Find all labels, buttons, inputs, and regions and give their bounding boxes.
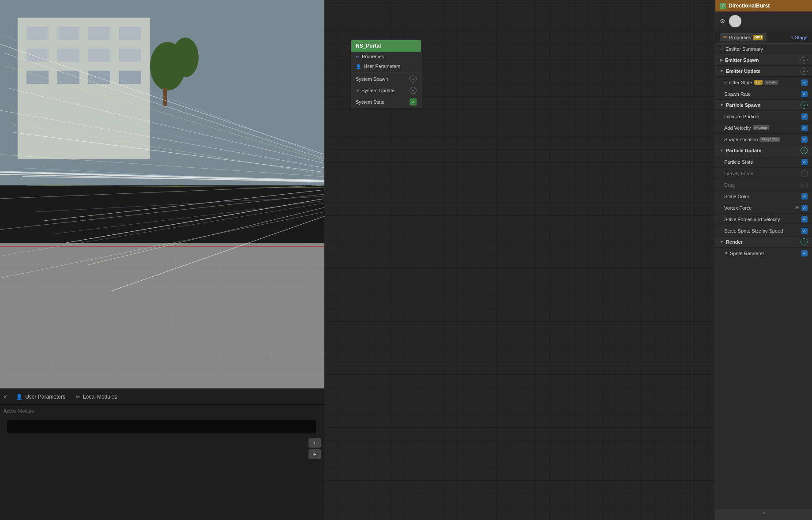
db-properties-label: Properties bbox=[729, 35, 751, 40]
incone-tag: In Cone bbox=[753, 125, 769, 130]
right-panel: ✓ DirectionalBurst ⚙ ✏ Properties GPU + … bbox=[715, 0, 812, 520]
emitter-summary[interactable]: ≡ Emitter Summary bbox=[715, 44, 812, 55]
svg-rect-3 bbox=[26, 26, 49, 40]
add-velocity-right: ✓ bbox=[801, 125, 808, 131]
drag-row[interactable]: Drag bbox=[715, 179, 812, 191]
db-tab-properties[interactable]: ✏ Properties GPU bbox=[720, 33, 767, 41]
emitter-spawn-add[interactable]: + bbox=[801, 57, 808, 64]
search-input[interactable] bbox=[7, 420, 316, 433]
tab-user-parameters[interactable]: 👤 User Parameters bbox=[11, 392, 71, 402]
stage-label: + Stage bbox=[791, 35, 808, 40]
vortex-force-row[interactable]: Vortex Force 👁 ✓ bbox=[715, 202, 812, 214]
system-update-add[interactable]: + bbox=[410, 87, 417, 94]
emitter-update-label: Emitter Update bbox=[726, 68, 760, 74]
render-chevron: ▼ bbox=[720, 240, 724, 244]
particle-state-check[interactable]: ✓ bbox=[801, 159, 808, 165]
initialize-particle-row[interactable]: Initialize Particle ✓ bbox=[715, 111, 812, 122]
drag-right bbox=[801, 182, 808, 188]
db-settings-icon[interactable]: ⚙ bbox=[720, 18, 726, 25]
tab-local-modules[interactable]: ✏ Local Modules bbox=[71, 392, 122, 402]
particle-spawn-chevron: ▼ bbox=[720, 103, 724, 107]
emitter-spawn-header[interactable]: ▶ Emitter Spawn + bbox=[715, 55, 812, 66]
svg-rect-5 bbox=[88, 26, 110, 40]
drag-check[interactable] bbox=[801, 182, 808, 188]
particle-spawn-header[interactable]: ▼ Particle Spawn + bbox=[715, 100, 812, 111]
particle-update-add[interactable]: + bbox=[801, 147, 808, 154]
ns-portal-user-parameters[interactable]: 👤 User Parameters bbox=[351, 61, 421, 71]
divider bbox=[351, 72, 421, 72]
directional-burst-title: DirectionalBurst bbox=[729, 3, 770, 9]
scale-color-check[interactable]: ✓ bbox=[801, 193, 808, 200]
scale-sprite-left: Scale Sprite Size by Speed bbox=[724, 228, 783, 234]
system-state-check[interactable]: ✓ bbox=[410, 98, 417, 106]
particle-update-header[interactable]: ▼ Particle Update + bbox=[715, 145, 812, 156]
sprite-renderer-check[interactable]: ✓ bbox=[801, 250, 808, 256]
collapse-button[interactable]: ^ bbox=[715, 508, 812, 520]
gravity-force-check[interactable] bbox=[801, 170, 808, 177]
emitter-spawn-header-left: ▶ Emitter Spawn bbox=[720, 57, 759, 63]
emitter-state-row[interactable]: Emitter State Self Infinite ✓ bbox=[715, 77, 812, 88]
render-add[interactable]: + bbox=[801, 238, 808, 245]
viewport-scene bbox=[0, 0, 324, 388]
close-tab-button[interactable]: × bbox=[4, 393, 7, 400]
system-spawn-section[interactable]: System Spawn + bbox=[351, 73, 421, 85]
stage-button[interactable]: + Stage bbox=[791, 35, 808, 40]
init-particle-check[interactable]: ✓ bbox=[801, 113, 808, 120]
emitter-update-header[interactable]: ▼ Emitter Update + bbox=[715, 66, 812, 77]
tab-local-modules-label: Local Modules bbox=[83, 394, 117, 400]
db-enabled-checkbox[interactable]: ✓ bbox=[720, 3, 726, 9]
shape-location-row[interactable]: Shape Location Ring / Disc ✓ bbox=[715, 134, 812, 145]
scale-color-left: Scale Color bbox=[724, 194, 749, 199]
svg-line-51 bbox=[35, 196, 324, 212]
solve-forces-check[interactable]: ✓ bbox=[801, 216, 808, 222]
add-button-2[interactable]: + bbox=[308, 449, 321, 459]
add-velocity-label: Add Velocity bbox=[724, 125, 751, 131]
sprite-renderer-left: ✦ Sprite Renderer bbox=[724, 250, 764, 256]
particle-spawn-add[interactable]: + bbox=[801, 102, 808, 109]
particle-update-header-left: ▼ Particle Update bbox=[720, 148, 761, 153]
vortex-force-check[interactable]: ✓ bbox=[801, 205, 808, 211]
svg-rect-12 bbox=[57, 71, 79, 84]
spawn-rate-check[interactable]: ✓ bbox=[801, 91, 808, 97]
ns-portal-properties[interactable]: ✏ Properties bbox=[351, 52, 421, 61]
add-velocity-check[interactable]: ✓ bbox=[801, 125, 808, 131]
svg-rect-4 bbox=[57, 26, 79, 40]
emitter-update-add[interactable]: + bbox=[801, 68, 808, 75]
solve-forces-row[interactable]: Solve Forces and Velocity ✓ bbox=[715, 214, 812, 225]
bottom-tabs-bar: × 👤 User Parameters ✏ Local Modules bbox=[0, 388, 324, 404]
particle-state-row[interactable]: Particle State ✓ bbox=[715, 156, 812, 168]
particle-state-left: Particle State bbox=[724, 159, 753, 165]
system-update-section[interactable]: ▼ System Update + bbox=[351, 85, 421, 96]
scale-color-row[interactable]: Scale Color ✓ bbox=[715, 191, 812, 202]
add-button-1[interactable]: + bbox=[308, 438, 321, 448]
spawn-rate-right: ✓ bbox=[801, 91, 808, 97]
render-header[interactable]: ▼ Render + bbox=[715, 237, 812, 248]
list-icon: ≡ bbox=[720, 46, 723, 52]
svg-rect-7 bbox=[26, 49, 49, 62]
svg-rect-8 bbox=[57, 49, 79, 62]
infinite-tag: Infinite bbox=[764, 80, 778, 85]
db-tabs: ✏ Properties GPU + Stage bbox=[715, 31, 812, 44]
db-avatar bbox=[729, 15, 741, 27]
shape-location-check[interactable]: ✓ bbox=[801, 136, 808, 143]
gravity-force-row[interactable]: Gravity Force bbox=[715, 168, 812, 179]
scale-sprite-row[interactable]: Scale Sprite Size by Speed ✓ bbox=[715, 225, 812, 237]
svg-line-54 bbox=[26, 185, 324, 188]
scale-sprite-check[interactable]: ✓ bbox=[801, 228, 808, 234]
ns-portal-title: NS_Portal bbox=[356, 43, 381, 49]
vortex-force-left: Vortex Force bbox=[724, 205, 752, 211]
eye-icon[interactable]: 👁 bbox=[795, 205, 800, 211]
main-area: × 👤 User Parameters ✏ Local Modules Acti… bbox=[0, 0, 812, 520]
bottom-area: × 👤 User Parameters ✏ Local Modules Acti… bbox=[0, 388, 324, 520]
pencil-tab-icon: ✏ bbox=[723, 34, 727, 40]
emitter-state-check[interactable]: ✓ bbox=[801, 79, 808, 86]
system-spawn-add[interactable]: + bbox=[410, 75, 417, 83]
add-velocity-row[interactable]: Add Velocity In Cone ✓ bbox=[715, 122, 812, 134]
plus-row-1: + bbox=[0, 437, 324, 448]
sprite-renderer-row[interactable]: ✦ Sprite Renderer ✓ bbox=[715, 248, 812, 259]
spawn-rate-row[interactable]: Spawn Rate ✓ bbox=[715, 88, 812, 100]
system-state-section[interactable]: System State ✓ bbox=[351, 96, 421, 108]
scale-color-label: Scale Color bbox=[724, 194, 749, 199]
viewport bbox=[0, 0, 324, 388]
self-tag: Self bbox=[754, 80, 763, 85]
